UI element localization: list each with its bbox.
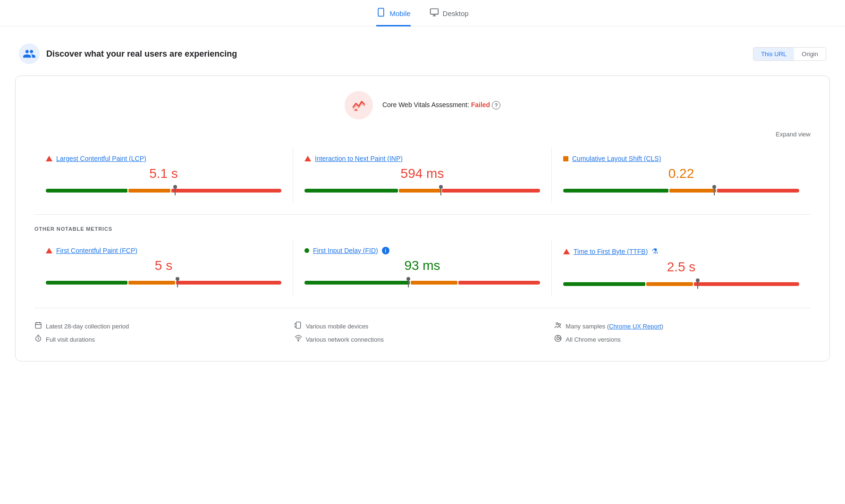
main-card: Core Web Vitals Assessment: Failed ? Exp… (15, 76, 830, 361)
footer-collection-text: Latest 28-day collection period (46, 323, 129, 330)
footer-item-visit: Full visit durations (34, 333, 291, 346)
svg-point-17 (559, 324, 561, 326)
chrome-icon (554, 335, 562, 344)
inp-name[interactable]: Interaction to Next Paint (INP) (315, 155, 403, 162)
tab-desktop[interactable]: Desktop (430, 8, 469, 26)
ttfb-bar-green (563, 282, 645, 286)
cwv-status: Failed (471, 101, 490, 109)
fcp-value: 5 s (46, 258, 281, 273)
lcp-bar (46, 186, 281, 195)
inp-bar-orange (399, 189, 441, 193)
cwv-title: Core Web Vitals Assessment: Failed ? (382, 101, 500, 109)
footer-grid: Latest 28-day collection period Full vis… (34, 308, 811, 346)
lcp-bar-green (46, 189, 127, 193)
footer-samples-text: Many samples (Chrome UX Report) (566, 323, 663, 330)
cwv-header: Core Web Vitals Assessment: Failed ? (34, 91, 811, 119)
tab-desktop-label: Desktop (443, 9, 469, 17)
fcp-name[interactable]: First Contentful Paint (FCP) (56, 247, 137, 254)
fcp-bar-orange (128, 281, 175, 285)
metric-cls-label: Cumulative Layout Shift (CLS) (563, 155, 799, 162)
fid-info-icon[interactable]: i (382, 247, 389, 254)
svg-rect-2 (430, 9, 438, 15)
cls-bar-red (717, 189, 799, 193)
cls-value: 0.22 (563, 166, 799, 181)
avatar (19, 43, 40, 64)
cwv-help-icon[interactable]: ? (492, 101, 500, 109)
footer-devices-text: Various mobile devices (306, 323, 369, 330)
discover-bar: Discover what your real users are experi… (0, 38, 845, 70)
chrome-ux-link[interactable]: Chrome UX Report (609, 323, 661, 330)
metric-fid: First Input Delay (FID) i 93 ms (293, 239, 552, 296)
svg-rect-6 (35, 323, 41, 328)
mobile-icon (376, 8, 386, 19)
other-metrics-label: OTHER NOTABLE METRICS (34, 226, 811, 232)
lcp-value: 5.1 s (46, 166, 281, 181)
inp-pin (439, 186, 443, 195)
fcp-status-icon (46, 248, 52, 253)
footer-item-chrome: All Chrome versions (554, 333, 811, 346)
origin-button[interactable]: Origin (794, 48, 826, 60)
discover-left: Discover what your real users are experi… (19, 43, 237, 64)
devices-icon (295, 321, 302, 331)
footer-chrome-text: All Chrome versions (566, 336, 620, 343)
cwv-prefix: Core Web Vitals Assessment: (382, 101, 471, 109)
this-url-button[interactable]: This URL (753, 48, 794, 60)
metrics-divider (34, 214, 811, 215)
ttfb-bar-red (694, 282, 799, 286)
ttfb-pin (696, 280, 700, 289)
fid-pin (406, 278, 410, 287)
inp-bar-green (304, 189, 398, 193)
lcp-bar-orange (128, 189, 170, 193)
metric-fcp-label: First Contentful Paint (FCP) (46, 247, 281, 254)
fid-bar-orange (411, 281, 457, 285)
samples-icon (554, 321, 562, 331)
metric-lcp-label: Largest Contentful Paint (LCP) (46, 155, 281, 162)
fid-name[interactable]: First Input Delay (FID) (313, 247, 378, 254)
ttfb-bar (563, 279, 799, 289)
svg-rect-14 (295, 324, 296, 327)
inp-value: 594 ms (304, 166, 540, 181)
footer-item-collection: Latest 28-day collection period (34, 319, 291, 333)
footer-item-samples: Many samples (Chrome UX Report) (554, 319, 811, 333)
timer-icon (34, 335, 42, 344)
svg-rect-13 (296, 322, 300, 328)
lcp-status-icon (46, 156, 52, 161)
cwv-icon (345, 91, 373, 119)
footer-item-network: Various network connections (295, 333, 551, 346)
tab-mobile-label: Mobile (389, 9, 410, 17)
ttfb-bar-orange (646, 282, 693, 286)
inp-bar-red (442, 189, 540, 193)
inp-status-icon (304, 156, 311, 161)
svg-point-16 (556, 323, 558, 325)
discover-title: Discover what your real users are experi… (46, 49, 237, 59)
metric-fid-label: First Input Delay (FID) i (304, 247, 540, 254)
ttfb-status-icon (563, 249, 570, 254)
metric-inp: Interaction to Next Paint (INP) 594 ms (293, 147, 552, 203)
fcp-bar (46, 278, 281, 287)
cls-bar-green (563, 189, 668, 193)
expand-view[interactable]: Expand view (34, 131, 811, 138)
cls-name[interactable]: Cumulative Layout Shift (CLS) (572, 155, 661, 162)
lcp-bar-red (171, 189, 281, 193)
fid-value: 93 ms (304, 258, 540, 273)
footer-visit-text: Full visit durations (46, 336, 95, 343)
svg-point-19 (557, 337, 559, 339)
metric-inp-label: Interaction to Next Paint (INP) (304, 155, 540, 162)
network-icon (295, 335, 302, 344)
metric-lcp: Largest Contentful Paint (LCP) 5.1 s (34, 147, 293, 203)
footer-item-devices: Various mobile devices (295, 319, 551, 333)
tab-bar: Mobile Desktop (0, 0, 845, 26)
lcp-name[interactable]: Largest Contentful Paint (LCP) (56, 155, 146, 162)
other-metrics-grid: First Contentful Paint (FCP) 5 s First I… (34, 239, 811, 296)
fcp-pin (176, 278, 179, 287)
ttfb-value: 2.5 s (563, 260, 799, 275)
ttfb-name[interactable]: Time to First Byte (TTFB) (574, 248, 648, 255)
footer-col2: Various mobile devices Various network c… (295, 319, 551, 346)
metric-ttfb: Time to First Byte (TTFB) ⚗ 2.5 s (552, 239, 811, 296)
fcp-bar-red (176, 281, 281, 285)
core-metrics-grid: Largest Contentful Paint (LCP) 5.1 s Int… (34, 147, 811, 203)
lcp-pin (173, 186, 177, 195)
tab-mobile[interactable]: Mobile (376, 8, 410, 26)
inp-bar (304, 186, 540, 195)
cls-bar (563, 186, 799, 195)
